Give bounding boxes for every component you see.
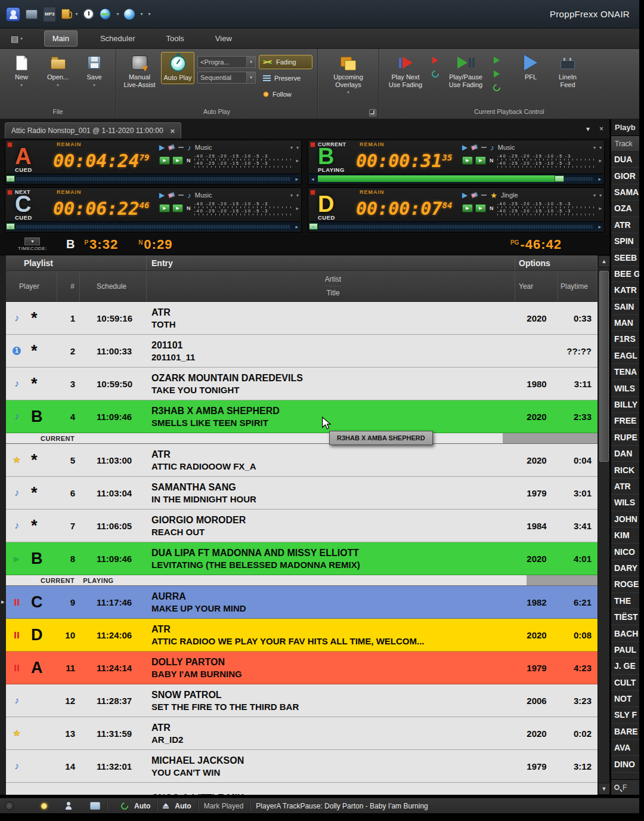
edit-icon[interactable] [470,192,478,198]
deck-play-icon[interactable]: ▶ [159,144,165,151]
track-list-item[interactable]: SAMA [611,184,639,200]
status-menu-icon[interactable] [5,801,14,810]
chevron-down-icon[interactable]: ▾ [246,72,255,83]
scroll-right-icon[interactable]: ▸ [598,176,601,182]
track-list-item[interactable]: SAIN [611,299,639,315]
track-list-item[interactable]: RUPE [611,430,639,446]
panel-close-icon[interactable]: × [599,125,603,133]
cue-play-button[interactable]: ▶ [462,204,473,212]
cue-play-button[interactable]: ▶ [159,156,170,165]
track-list-item[interactable]: DINO [611,756,639,772]
column-header-number[interactable]: # [57,271,80,301]
fading-button[interactable]: Fading [259,55,312,69]
auto-play-button[interactable]: Auto Play [161,52,194,84]
track-list-item[interactable]: F1RS [611,331,639,347]
cue-pause-button[interactable]: ▶ [172,156,183,165]
cue-play-button[interactable]: ▶ [159,204,170,212]
deck-play-icon[interactable]: ▶ [462,144,467,151]
edit-icon[interactable] [168,192,175,198]
menu-tab[interactable]: Main [44,30,78,47]
track-list-item[interactable]: OZA [611,200,639,217]
track-list-item[interactable]: SEEB [611,249,639,266]
chevron-down-icon[interactable]: ▾ [599,193,602,198]
source-label[interactable]: Music [195,144,212,151]
track-list-item[interactable]: WILS [611,495,639,511]
track-column-header[interactable]: Track [611,136,639,152]
track-list-item[interactable]: SLY F [611,707,639,723]
upcoming-overlays-button[interactable]: Upcoming Overlays▾ [323,52,374,97]
cue-play-button[interactable]: ▶ [462,156,473,165]
mini-play-green-icon[interactable] [491,69,501,78]
playlist-row[interactable]: * 5 11:03:00 ATR ATTIC RADIOOOW FX_A 202… [6,444,597,477]
track-list-item[interactable]: KATR [611,282,639,298]
user-icon[interactable] [65,802,72,810]
track-list-item[interactable]: AVA [611,740,639,756]
chevron-down-icon[interactable]: ▾ [296,193,299,198]
mini-play-red-icon[interactable] [430,55,440,64]
track-list-item[interactable]: DUA [611,152,639,168]
track-list-item[interactable]: BEE G [611,266,639,282]
menu-tab[interactable]: Scheduler [92,30,144,47]
track-list-item[interactable]: THE [611,593,639,609]
playlist-row[interactable]: D 10 11:24:06 ATR ATTIC RADIOO WE PLAY Y… [6,619,597,652]
dropdown-arrow-icon[interactable]: ▾ [116,11,119,17]
follow-button[interactable]: Follow [259,87,312,101]
deck-stop-icon[interactable] [310,142,315,147]
column-header-playtime[interactable]: Playtime [558,271,597,301]
menu-list-icon[interactable]: ▤▾ [11,34,23,44]
cue-pause-button[interactable]: ▶ [172,204,183,212]
scroll-right-icon[interactable]: ▸ [295,224,298,230]
timecode-collapse-button[interactable]: ▼ TIMECODE: [18,237,47,251]
track-list-item[interactable]: EAGL [611,348,639,364]
playlist-row[interactable]: * 1 10:59:16 ATR TOTH 2020 0:33 [6,302,597,335]
track-list-item[interactable]: JOHN [611,511,639,527]
scroll-up-icon[interactable]: ▲ [598,255,610,267]
playlist-row[interactable]: 13 11:31:59 ATR AR_ID2 2020 0:02 [6,717,597,750]
play-pause-button[interactable]: Play/Pause Use Fading [443,52,488,90]
track-list-item[interactable]: RICK [611,462,639,478]
mug-icon[interactable] [61,7,70,22]
edit-icon[interactable] [470,144,478,150]
track-list-item[interactable]: DAN [611,446,639,462]
chevron-down-icon[interactable]: ▾ [593,193,596,198]
playlist-scrollbar[interactable]: ▲ ▼ [597,255,609,795]
group-header-entry[interactable]: Entry [147,255,515,270]
scroll-left-icon[interactable]: ◂ [8,176,11,182]
deck-next-icon[interactable]: ▸ [296,158,299,163]
deck-next-icon[interactable]: ▸ [296,205,299,211]
cue-pause-button[interactable]: ▶ [475,204,486,212]
deck-play-icon[interactable]: ▶ [159,192,165,199]
document-tab[interactable]: Attic Radio Nonstop_001 @ 1-11-2020 11:0… [5,122,181,138]
track-list-item[interactable]: ATR [611,217,639,233]
track-list-item[interactable]: MAN [611,315,639,331]
column-header-player[interactable]: Player [6,271,57,301]
source-label[interactable]: Music [195,192,212,199]
track-list-item[interactable]: PAUL [611,642,639,658]
close-tab-icon[interactable]: × [171,126,175,135]
chevron-down-icon[interactable]: ▾ [599,145,602,150]
panel-dropdown-icon[interactable]: ▾ [586,125,590,133]
globe-icon[interactable] [100,7,111,22]
open-button[interactable]: Open...▾ [41,52,75,89]
playlist-row[interactable]: * 6 11:03:04 SAMANTHA SANG IN THE MIDNIG… [6,477,597,510]
column-header-year[interactable]: Year [515,271,558,301]
monitor-icon[interactable] [90,802,100,810]
waveform-strip[interactable]: ◂ ▸ [309,221,603,231]
track-list-item[interactable]: TENA [611,364,639,380]
scroll-right-icon[interactable]: ▸ [295,176,298,182]
group-header-playlist[interactable]: Playlist [6,255,147,270]
program-combo[interactable]: <Progra... ▾ [197,56,256,68]
chevron-down-icon[interactable]: ▾ [290,145,293,150]
player-deck[interactable]: D CUED REMAIN 00:00:0784 ▶ Jingle ▾ [308,187,605,233]
player-deck[interactable]: NEXT C CUED REMAIN 00:06:2246 ▶ Music [5,187,302,233]
dialog-launcher-icon[interactable] [369,109,376,116]
scroll-left-icon[interactable]: ◂ [311,176,314,182]
preserve-button[interactable]: Preserve [259,71,312,85]
manual-live-assist-button[interactable]: Manual Live-Assist [121,52,158,90]
disk-icon[interactable] [26,7,38,22]
chevron-down-icon[interactable]: ▾ [593,145,596,150]
auto-mode-label[interactable]: Auto [134,802,150,810]
edit-icon[interactable] [168,144,175,150]
playlist-row[interactable]: C 9 11:17:46 AURRA MAKE UP YOUR MIND 198… [6,586,597,619]
play-next-button[interactable]: Play Next Use Fading [384,52,427,90]
